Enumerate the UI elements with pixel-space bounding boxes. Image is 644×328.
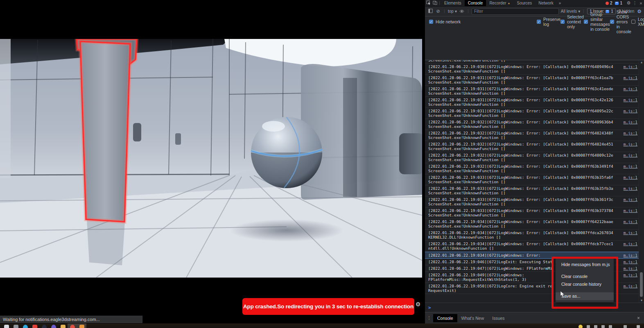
drawer-tab-what-s-new[interactable]: What's New: [457, 314, 488, 322]
console-message-row[interactable]: [2022.01.28-06.22.19:030][672]LogWindows…: [425, 64, 639, 75]
console-message-row[interactable]: [2022.01.28-06.22.19:031][672]LogWindows…: [425, 108, 639, 119]
console-message-row[interactable]: [2022.01.28-06.22.19:034][672]LogWindows…: [425, 252, 639, 259]
source-link[interactable]: m.js:1: [624, 75, 637, 80]
issue-count-badge[interactable]: 1: [615, 1, 622, 5]
streaming-3d-viewport[interactable]: [0, 39, 422, 278]
console-settings-gear-icon[interactable]: ⚙: [637, 9, 642, 14]
source-link[interactable]: m.js:1: [624, 164, 637, 169]
console-message-row[interactable]: [2022.01.28-06.22.19:033][672]LogWindows…: [425, 207, 639, 219]
checkbox-selected-context-only[interactable]: ✓: [560, 20, 565, 24]
settings-gear-icon[interactable]: ⚙: [414, 301, 422, 308]
scrollbar-thumb[interactable]: [640, 272, 643, 297]
scroll-up-icon[interactable]: ▲: [639, 61, 644, 64]
source-link[interactable]: m.js:1: [624, 153, 637, 157]
taskbar-chrome[interactable]: [68, 323, 77, 328]
checkbox-hide-network[interactable]: ✓: [429, 20, 433, 24]
source-link[interactable]: m.js:1: [624, 284, 637, 288]
menu-item-clear-console-history[interactable]: Clear console history: [556, 280, 614, 288]
console-message-row[interactable]: [2022.01.28-06.22.19:032][672]LogWindows…: [425, 163, 639, 174]
console-message-row[interactable]: [2022.01.28-06.22.19:033][672]LogWindows…: [425, 196, 639, 207]
tab-console[interactable]: Console: [465, 0, 486, 6]
console-message-row[interactable]: [2022.01.28-06.22.19:031][672]LogWindows…: [425, 97, 639, 108]
source-link[interactable]: m.js:1: [624, 109, 637, 113]
console-message-row[interactable]: [2022.01.28-06.22.19:032][672]LogWindows…: [425, 130, 639, 141]
tray-icon[interactable]: [601, 325, 605, 328]
clock-area[interactable]: [624, 325, 627, 328]
console-message-row[interactable]: [2022.01.28-06.22.19:034][672]LogWindows…: [425, 241, 639, 252]
console-filter-input[interactable]: [472, 8, 559, 15]
taskbar-skype[interactable]: [20, 323, 30, 328]
tray-icon[interactable]: [587, 325, 590, 328]
source-link[interactable]: m.js:1: [624, 131, 637, 135]
tab-elements[interactable]: Elements: [441, 0, 465, 6]
taskbar-discord[interactable]: [49, 323, 58, 328]
tab-recorder[interactable]: Recorder▲: [486, 0, 513, 6]
source-link[interactable]: m.js:1: [624, 197, 637, 202]
devtools-settings-icon[interactable]: ⚙: [626, 0, 632, 6]
source-link[interactable]: m.js:1: [624, 273, 637, 277]
menu-item-hide-messages-from-m-js[interactable]: Hide messages from m.js: [556, 261, 614, 269]
console-message-row[interactable]: [2022.01.28-06.22.19:031][672]LogWindows…: [425, 86, 639, 97]
source-link[interactable]: m.js:1: [624, 120, 637, 124]
source-link[interactable]: m.js:1: [624, 142, 637, 146]
inspect-element-icon[interactable]: [425, 0, 432, 6]
source-link[interactable]: m.js:1: [624, 87, 637, 91]
taskbar-app-red[interactable]: [30, 323, 39, 328]
console-message-row[interactable]: [2022.01.28-06.22.19:033][672]LogWindows…: [425, 185, 639, 196]
checkbox-log-xmlhttprequests[interactable]: [631, 20, 635, 24]
console-message-row[interactable]: [2022.01.28-06.22.19:032][672]LogWindows…: [425, 119, 639, 130]
checkbox-preserve-log[interactable]: ✓: [537, 20, 541, 24]
error-count-badge[interactable]: 2: [606, 1, 612, 5]
console-message-row[interactable]: [2022.01.28-06.22.19:032][672]LogWindows…: [425, 152, 639, 163]
console-message-row[interactable]: [2022.01.28-06.22.19:032][672]LogWindows…: [425, 141, 639, 152]
drawer-close-icon[interactable]: ×: [637, 315, 640, 321]
tab-network[interactable]: Network: [535, 0, 557, 6]
console-message-row[interactable]: [2022.01.28-06.22.19:034][672]LogWindows…: [425, 219, 639, 230]
drawer-tab-issues[interactable]: Issues: [488, 314, 508, 322]
source-link[interactable]: m.js:1: [624, 186, 637, 191]
source-link[interactable]: m.js:1: [624, 230, 637, 235]
source-link[interactable]: m.js:1: [624, 260, 637, 264]
console-message-row[interactable]: ScreenShot.exe!UnknownFunction []m.js:1: [425, 60, 639, 64]
source-link[interactable]: m.js:1: [624, 253, 637, 257]
taskbar-task-view[interactable]: [11, 323, 20, 328]
taskbar-windows-start[interactable]: [2, 323, 11, 328]
console-sidebar-icon[interactable]: [427, 9, 433, 14]
taskbar-app-dark[interactable]: [39, 323, 49, 328]
source-link[interactable]: m.js:1: [624, 241, 637, 246]
tray-icon[interactable]: [594, 325, 597, 328]
menu-item-save-as[interactable]: Save as...: [556, 292, 614, 300]
source-link[interactable]: m.js:1: [624, 175, 637, 180]
chrome-sphere[interactable]: [251, 117, 322, 188]
scroll-down-icon[interactable]: ▼: [639, 299, 644, 302]
taskbar-app-orange[interactable]: [77, 323, 86, 328]
source-link[interactable]: m.js:1: [624, 266, 637, 271]
console-prompt[interactable]: >: [425, 303, 644, 312]
tab-sources[interactable]: Sources: [513, 0, 535, 6]
console-message-row[interactable]: [2022.01.28-06.22.19:034][672]LogWindows…: [425, 230, 639, 241]
more-tabs-icon[interactable]: »: [557, 1, 563, 5]
console-message-row[interactable]: [2022.01.28-06.22.19:033][672]LogWindows…: [425, 174, 639, 185]
weather-icon[interactable]: [578, 325, 583, 328]
show-desktop-button[interactable]: [637, 325, 640, 328]
context-selector[interactable]: top▾: [448, 9, 457, 14]
drawer-menu-icon[interactable]: ⋮: [425, 315, 433, 321]
log-levels-selector[interactable]: All levels▾: [561, 9, 581, 14]
source-link[interactable]: m.js:1: [624, 64, 637, 69]
checkbox-group-similar-messages-in-console[interactable]: ✓: [584, 20, 588, 24]
checkbox-show-cors-errors-in-console[interactable]: ✓: [610, 20, 614, 24]
menu-item-clear-console[interactable]: Clear console: [556, 273, 614, 280]
tray-icon[interactable]: [609, 325, 612, 328]
clear-console-icon[interactable]: ⊘: [435, 9, 441, 14]
source-link[interactable]: m.js:1: [624, 208, 637, 213]
selected-mesh-pillar[interactable]: [80, 41, 130, 222]
live-expression-eye-icon[interactable]: [459, 9, 465, 14]
source-link[interactable]: m.js:1: [624, 219, 637, 224]
device-toolbar-icon[interactable]: [432, 0, 438, 6]
taskbar-folder[interactable]: [58, 323, 68, 328]
console-scrollbar[interactable]: ▲ ▼: [639, 60, 644, 303]
devtools-close-icon[interactable]: ×: [638, 1, 644, 6]
console-message-row[interactable]: [2022.01.28-06.22.19:031][672]LogWindows…: [425, 75, 639, 86]
drawer-tab-console[interactable]: Console: [433, 314, 457, 322]
source-link[interactable]: m.js:1: [624, 98, 637, 102]
